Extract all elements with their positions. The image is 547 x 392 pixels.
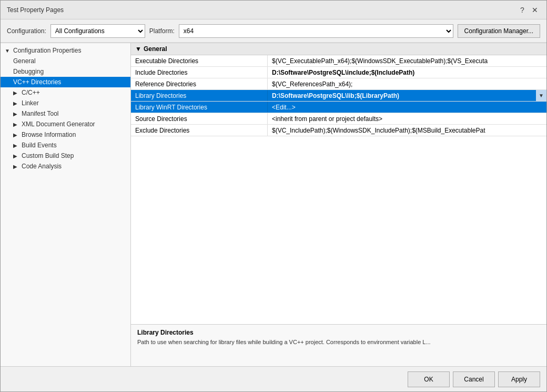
- prop-name-library-winrt-dirs: Library WinRT Directories: [131, 102, 268, 113]
- prop-value-exclude-dirs: $(VC_IncludePath);$(WindowsSDK_IncludePa…: [268, 125, 546, 136]
- sidebar-item-cpp[interactable]: ▶ C/C++: [1, 87, 130, 98]
- info-description: Path to use when searching for library f…: [137, 338, 540, 346]
- build-events-arrow: ▶: [13, 143, 19, 148]
- sidebar-item-custom-build-label: Custom Build Step: [22, 152, 74, 159]
- tree-root-arrow: ▼: [5, 48, 11, 54]
- config-bar: Configuration: All Configurations Platfo…: [1, 19, 546, 43]
- title-controls: ? ✕: [517, 5, 540, 15]
- sidebar-item-build-events-label: Build Events: [22, 142, 57, 149]
- info-title: Library Directories: [137, 329, 540, 336]
- table-row[interactable]: Library WinRT Directories <Edit...>: [131, 102, 546, 113]
- platform-select[interactable]: x64: [179, 24, 453, 38]
- prop-name-reference-dirs: Reference Directories: [131, 78, 268, 89]
- sidebar-item-browse-info-label: Browse Information: [22, 131, 76, 138]
- sidebar-item-xml-doc-label: XML Document Generator: [22, 120, 95, 128]
- prop-value-executable-dirs: $(VC_ExecutablePath_x64);$(WindowsSDK_Ex…: [268, 55, 546, 66]
- cancel-button[interactable]: Cancel: [453, 371, 495, 387]
- config-label: Configuration:: [7, 27, 46, 35]
- property-grid: ▼ General Executable Directories $(VC_Ex…: [131, 43, 546, 324]
- table-row[interactable]: Exclude Directories $(VC_IncludePath);$(…: [131, 125, 546, 136]
- xml-doc-arrow: ▶: [13, 122, 19, 127]
- manifest-tool-arrow: ▶: [13, 111, 19, 117]
- dialog-title: Test Property Pages: [7, 6, 64, 14]
- table-row[interactable]: Reference Directories $(VC_ReferencesPat…: [131, 78, 546, 90]
- ok-button[interactable]: OK: [408, 371, 450, 387]
- sidebar-item-manifest-tool[interactable]: ▶ Manifest Tool: [1, 108, 130, 119]
- prop-name-library-dirs: Library Directories: [131, 90, 268, 101]
- sidebar-item-general-label: General: [13, 57, 36, 65]
- prop-value-reference-dirs: $(VC_ReferencesPath_x64);: [268, 78, 546, 89]
- cpp-arrow: ▶: [13, 90, 19, 96]
- sidebar-item-vc-directories-label: VC++ Directories: [13, 78, 61, 86]
- button-bar: OK Cancel Apply: [1, 366, 546, 391]
- custom-build-arrow: ▶: [13, 153, 19, 159]
- dialog: Test Property Pages ? ✕ Configuration: A…: [0, 0, 547, 392]
- section-header: ▼ General: [131, 43, 546, 55]
- sidebar-item-browse-information[interactable]: ▶ Browse Information: [1, 129, 130, 140]
- prop-name-exclude-dirs: Exclude Directories: [131, 125, 268, 136]
- linker-arrow: ▶: [13, 100, 19, 106]
- sidebar-item-code-analysis-label: Code Analysis: [22, 163, 62, 170]
- help-button[interactable]: ?: [517, 5, 528, 15]
- info-panel: Library Directories Path to use when sea…: [131, 324, 546, 366]
- prop-name-include-dirs: Include Directories: [131, 67, 268, 78]
- sidebar-item-general[interactable]: General: [1, 56, 130, 66]
- table-row[interactable]: Executable Directories $(VC_ExecutablePa…: [131, 55, 546, 67]
- sidebar-item-manifest-tool-label: Manifest Tool: [22, 110, 58, 117]
- sidebar-item-linker[interactable]: ▶ Linker: [1, 98, 130, 108]
- tree-root[interactable]: ▼ Configuration Properties: [1, 45, 130, 56]
- sidebar-item-code-analysis[interactable]: ▶ Code Analysis: [1, 161, 130, 172]
- table-row[interactable]: Library Directories D:\Software\PostgreS…: [131, 90, 546, 102]
- code-analysis-arrow: ▶: [13, 164, 19, 169]
- prop-value-source-dirs: <inherit from parent or project defaults…: [268, 113, 546, 124]
- prop-name-executable-dirs: Executable Directories: [131, 55, 268, 66]
- config-manager-button[interactable]: Configuration Manager...: [458, 24, 540, 38]
- table-row[interactable]: Include Directories D:\Software\PostgreS…: [131, 67, 546, 78]
- title-bar: Test Property Pages ? ✕: [1, 1, 546, 19]
- prop-value-include-dirs: D:\Software\PostgreSQL\include;$(Include…: [268, 67, 546, 78]
- main-content: ▼ Configuration Properties General Debug…: [1, 43, 546, 366]
- sidebar-item-vc-directories[interactable]: VC++ Directories: [1, 77, 130, 87]
- prop-name-source-dirs: Source Directories: [131, 113, 268, 124]
- prop-value-library-dirs: D:\Software\PostgreSQL\lib;$(LibraryPath…: [268, 90, 546, 101]
- library-dirs-dropdown-btn[interactable]: ▼: [536, 90, 546, 101]
- sidebar-item-linker-label: Linker: [22, 99, 39, 107]
- browse-info-arrow: ▶: [13, 132, 19, 138]
- apply-button[interactable]: Apply: [498, 371, 540, 387]
- prop-value-library-winrt-dirs: <Edit...>: [268, 102, 546, 113]
- section-title: General: [144, 45, 167, 53]
- sidebar-item-build-events[interactable]: ▶ Build Events: [1, 140, 130, 150]
- sidebar-item-debugging[interactable]: Debugging: [1, 66, 130, 77]
- platform-label: Platform:: [149, 27, 175, 35]
- section-arrow: ▼: [135, 45, 141, 53]
- sidebar-item-xml-doc-generator[interactable]: ▶ XML Document Generator: [1, 119, 130, 129]
- sidebar-item-debugging-label: Debugging: [13, 68, 44, 75]
- sidebar-item-cpp-label: C/C++: [22, 89, 40, 96]
- tree-root-label: Configuration Properties: [13, 47, 81, 54]
- config-select[interactable]: All Configurations: [50, 24, 145, 38]
- right-panel: ▼ General Executable Directories $(VC_Ex…: [131, 43, 546, 366]
- left-panel: ▼ Configuration Properties General Debug…: [1, 43, 131, 366]
- close-button[interactable]: ✕: [530, 5, 540, 15]
- table-row[interactable]: Source Directories <inherit from parent …: [131, 113, 546, 125]
- sidebar-item-custom-build-step[interactable]: ▶ Custom Build Step: [1, 150, 130, 161]
